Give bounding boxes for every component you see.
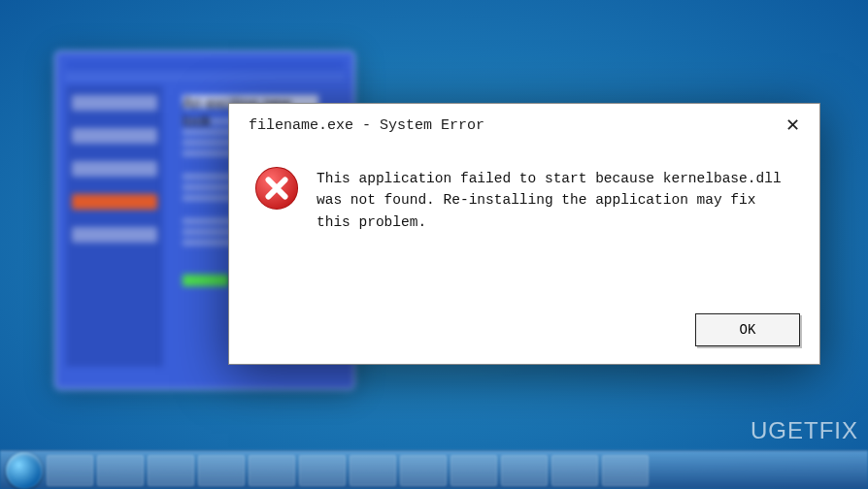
taskbar-item[interactable] [551, 455, 598, 486]
taskbar-item[interactable] [97, 455, 144, 486]
taskbar-item[interactable] [148, 455, 194, 486]
close-icon: ✕ [785, 114, 800, 136]
dialog-title: filename.exe - System Error [249, 117, 484, 134]
taskbar[interactable] [0, 450, 868, 489]
taskbar-item[interactable] [198, 455, 245, 486]
taskbar-item[interactable] [249, 455, 295, 486]
system-error-dialog: filename.exe - System Error ✕ This appli… [228, 103, 820, 365]
taskbar-item[interactable] [501, 455, 548, 486]
close-button[interactable]: ✕ [779, 114, 806, 137]
start-button[interactable] [6, 452, 43, 489]
watermark: UGETFIX [751, 417, 858, 444]
error-icon [254, 166, 299, 211]
ok-button[interactable]: OK [695, 313, 800, 346]
taskbar-item[interactable] [451, 455, 497, 486]
taskbar-item[interactable] [47, 455, 93, 486]
taskbar-item[interactable] [602, 455, 649, 486]
error-message: This application failed to start because… [317, 164, 794, 233]
dialog-titlebar[interactable]: filename.exe - System Error ✕ [229, 104, 819, 147]
taskbar-item[interactable] [350, 455, 396, 486]
taskbar-item[interactable] [299, 455, 346, 486]
taskbar-item[interactable] [400, 455, 447, 486]
